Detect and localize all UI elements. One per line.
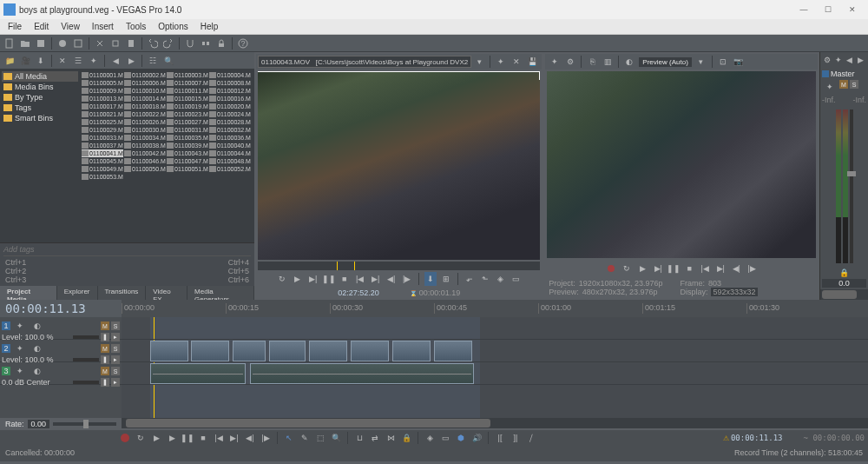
media-item[interactable]: 01100016.MOV (209, 95, 251, 103)
get-media-icon[interactable]: ⬇ (34, 54, 48, 68)
timeline-timecode[interactable]: 00:00:11.13 (0, 302, 122, 315)
media-item[interactable]: 01100052.MOV (209, 165, 251, 173)
rate-slider[interactable] (53, 422, 116, 426)
media-item[interactable]: 01100018.MOV (124, 103, 166, 110)
tag-shortcut[interactable]: Ctrl+3 (5, 275, 26, 284)
media-item[interactable]: 01100042.MOV (124, 149, 166, 157)
track-lane[interactable] (122, 317, 868, 340)
tree-item[interactable]: All Media (2, 71, 78, 82)
preview-mode[interactable]: Preview (Auto) (639, 57, 691, 67)
dropdown-icon[interactable]: ▾ (694, 55, 708, 69)
video-clip[interactable] (309, 341, 347, 361)
snap-icon[interactable] (183, 36, 197, 50)
media-item[interactable]: 01100049.MOV (82, 165, 123, 173)
lock-icon[interactable]: 🔒 (822, 268, 866, 277)
trim-start-icon[interactable]: |[ (494, 432, 506, 444)
cmd-icon[interactable]: ⬢ (455, 432, 467, 444)
prev-icon[interactable]: ◀ (845, 53, 855, 67)
media-item[interactable]: 01100041.MOV (82, 149, 123, 157)
maximize-button[interactable]: ☐ (816, 2, 840, 17)
next-frame-icon[interactable]: |▶ (746, 262, 758, 275)
video-clip[interactable] (434, 341, 472, 361)
menu-file[interactable]: File (2, 22, 28, 31)
quality-icon[interactable]: ◐ (622, 55, 636, 69)
timeline-ruler[interactable]: 00:00:0000:00:1500:00:3000:00:4500:01:00… (122, 300, 868, 317)
next-icon[interactable]: ▶ (124, 54, 138, 68)
media-item[interactable]: 01100017.MOV (82, 103, 123, 110)
media-item[interactable]: 01100045.MOV (82, 157, 123, 165)
tree-item[interactable]: Smart Bins (2, 113, 78, 123)
stop-icon[interactable]: ■ (683, 262, 695, 275)
record-icon[interactable] (119, 432, 131, 444)
media-item[interactable]: 01100048.MOV (209, 157, 251, 165)
media-item[interactable]: 01100013.MOV (82, 95, 123, 103)
media-item[interactable]: 01100029.MOV (82, 126, 123, 134)
properties-icon[interactable] (71, 36, 85, 50)
media-item[interactable]: 01100025.MOV (82, 118, 123, 126)
goto-start-icon[interactable]: |◀ (213, 432, 225, 444)
trimmer-path-input[interactable] (258, 56, 471, 68)
track-lane[interactable] (122, 362, 868, 385)
media-item[interactable]: 01100010.MOV (124, 87, 166, 95)
media-item[interactable]: 01100008.MOV (209, 79, 251, 87)
region-icon[interactable]: ▭ (439, 432, 451, 444)
timeline-scrollbar[interactable] (122, 418, 868, 428)
media-item[interactable]: 01100047.MOV (167, 157, 208, 165)
master-fader[interactable] (850, 109, 853, 263)
tag-shortcut[interactable]: Ctrl+5 (228, 267, 249, 275)
menu-options[interactable]: Options (152, 22, 194, 31)
menu-edit[interactable]: Edit (28, 22, 55, 31)
ripple-icon[interactable] (199, 36, 213, 50)
select-tool-icon[interactable]: ⬚ (314, 432, 326, 444)
media-item[interactable]: 01100034.MOV (124, 134, 166, 142)
tree-item[interactable]: Media Bins (2, 82, 78, 92)
fx-icon[interactable]: ✦ (494, 55, 508, 69)
play-icon[interactable]: ▶ (166, 432, 178, 444)
media-item[interactable]: 01100019.MOV (167, 103, 208, 110)
media-props-icon[interactable]: ☰ (71, 54, 85, 68)
master-fx-icon[interactable]: ✦ (823, 80, 837, 94)
media-item[interactable]: 01100050.MOV (124, 165, 166, 173)
media-item[interactable]: 01100044.MOV (209, 149, 251, 157)
track-lane[interactable] (122, 340, 868, 362)
mark-in-icon[interactable]: ⬐ (464, 272, 476, 286)
audio-clip[interactable] (150, 363, 246, 384)
tag-shortcut[interactable]: Ctrl+2 (5, 267, 26, 275)
tab-transitions[interactable]: Transitions (98, 286, 147, 300)
track-body[interactable] (122, 317, 868, 418)
external-icon[interactable]: ⎘ (585, 55, 599, 69)
media-item[interactable]: 01100039.MOV (167, 142, 208, 149)
cut-icon[interactable] (93, 36, 107, 50)
stop-icon[interactable]: ■ (339, 272, 351, 286)
tab-explorer[interactable]: Explorer (57, 286, 98, 300)
goto-end-icon[interactable]: ▶| (714, 262, 727, 275)
auto-crossfade-icon[interactable]: ⋈ (385, 432, 397, 444)
master-solo[interactable]: S (850, 80, 858, 89)
media-item[interactable]: 01100043.MOV (167, 149, 208, 157)
media-item[interactable]: 01100040.MOV (209, 142, 251, 149)
media-item[interactable]: 01100028.MOV (209, 118, 251, 126)
track-header[interactable]: 2✦◐MSLevel: 100.0 %❚▸ (0, 340, 122, 362)
play-start-icon[interactable]: ▶ (150, 432, 162, 444)
prev-icon[interactable]: ◀ (108, 54, 122, 68)
pause-icon[interactable]: ❚❚ (323, 272, 335, 286)
pause-icon[interactable]: ❚❚ (667, 262, 680, 275)
video-clip[interactable] (392, 341, 431, 361)
views-icon[interactable]: ☷ (146, 54, 160, 68)
pause-icon[interactable]: ❚❚ (181, 432, 194, 444)
media-item[interactable]: 01100046.MOV (124, 157, 166, 165)
save-icon[interactable]: 💾 (525, 55, 539, 69)
goto-end-icon[interactable]: ▶| (228, 432, 240, 444)
track-header[interactable]: 1✦◐MSLevel: 100.0 %❚▸ (0, 317, 122, 340)
search-icon[interactable]: 🔍 (161, 54, 175, 68)
loop-icon[interactable]: ↻ (621, 262, 633, 275)
next-frame-icon[interactable]: |▶ (260, 432, 272, 444)
envelope-tool-icon[interactable]: ✎ (299, 432, 311, 444)
loop-icon[interactable]: ↻ (276, 272, 288, 286)
add-to-timeline-icon[interactable]: ⬇ (424, 272, 437, 286)
media-item[interactable]: 01100024.MOV (209, 110, 251, 118)
preview-fx-icon[interactable]: ✦ (548, 55, 562, 69)
loop-icon[interactable]: ↻ (135, 432, 147, 444)
trimmer-video[interactable] (258, 71, 540, 260)
mark-out-icon[interactable]: ⬑ (479, 272, 491, 286)
